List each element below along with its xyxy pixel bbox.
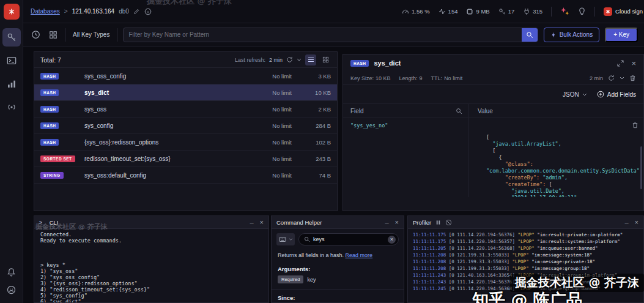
edit-alias-icon[interactable] <box>133 8 140 15</box>
refresh-icon[interactable] <box>286 56 293 63</box>
field-value-cell[interactable]: [ "java.util.ArrayList", [ { "@class":"c… <box>468 118 643 197</box>
bulk-actions-button[interactable]: Bulk Actions <box>544 28 599 42</box>
redis-logo[interactable] <box>4 4 20 20</box>
details-type-badge: HASH <box>350 60 369 67</box>
key-row[interactable]: HASH{sys_oss}:redisson_optionsNo limit10… <box>34 134 337 151</box>
command-helper-search-row: × <box>272 229 404 250</box>
key-row[interactable]: HASHsys_ossNo limit2 KB <box>34 101 337 118</box>
browser-toolbar: All Key Types Bulk Actions + Key <box>23 23 644 47</box>
command-filter-dropdown[interactable] <box>276 233 295 245</box>
analytics-icon <box>7 79 17 89</box>
minimize-icon[interactable]: – <box>385 219 388 226</box>
profiler-command: "LPOP" <box>509 252 529 258</box>
key-row[interactable]: SORTED SETredisson_timeout_set:{sys_oss}… <box>34 151 337 167</box>
key-type-badge: STRING <box>40 172 64 179</box>
cloud-sign-in-button[interactable]: Cloud sign in <box>604 7 644 16</box>
key-search-input[interactable] <box>124 28 521 42</box>
key-name: sys_oss:default_config <box>84 172 243 179</box>
close-icon[interactable]: × <box>635 219 638 226</box>
cli-line: 5) "sys_config" <box>40 293 262 299</box>
field-name-cell[interactable]: "sys_yes_no" <box>343 118 468 197</box>
key-type-filter-label: All Key Types <box>73 31 109 38</box>
key-row[interactable]: HASHsys_dictNo limit10 KB <box>34 84 337 101</box>
json-token: "createTime": <box>505 181 546 187</box>
last-refresh-value: 2 min <box>269 57 283 63</box>
command-search-input[interactable] <box>313 236 385 242</box>
add-fields-button[interactable]: Add Fields <box>597 91 636 98</box>
pause-icon[interactable] <box>435 220 441 225</box>
pubsub-icon <box>7 102 17 112</box>
command-helper-title: Command Helper <box>276 219 322 226</box>
close-icon[interactable]: × <box>395 219 399 226</box>
search-icon <box>526 31 533 39</box>
github-icon[interactable] <box>7 285 16 294</box>
search-icon <box>304 236 310 242</box>
key-name: {sys_oss}:redisson_options <box>84 139 243 146</box>
profiler-argument: "im:queue:group:banned" <box>535 286 601 291</box>
chevron-down-icon[interactable] <box>620 77 624 80</box>
minimize-icon[interactable]: – <box>250 219 253 226</box>
profiler-source: [0 121.199.31.3:55033] <box>446 259 509 264</box>
key-row[interactable]: STRINGsys_oss:default_configNo limit74 B <box>34 167 337 184</box>
cli-output[interactable]: Connected.Ready to execute commands. > k… <box>34 229 268 302</box>
delete-field-icon[interactable] <box>632 122 638 129</box>
key-row[interactable]: HASHsys_oss_configNo limit3 KB <box>34 68 337 84</box>
format-selector[interactable]: JSON <box>563 91 587 98</box>
bell-icon[interactable] <box>7 267 16 277</box>
profiler-output[interactable]: 11:11:11.175 [0 111.14.220.194:56376] "L… <box>408 229 643 294</box>
details-scrollbar[interactable] <box>640 146 642 189</box>
terminal-icon: >_ <box>39 220 45 225</box>
details-controls: JSON Add Fields <box>343 85 643 103</box>
json-token <box>486 195 511 197</box>
metric-memory-value: 9 MB <box>476 8 489 15</box>
key-type-badge: SORTED SET <box>40 155 75 162</box>
close-icon[interactable]: × <box>260 219 264 226</box>
sidebar-item-analytics[interactable] <box>2 75 21 93</box>
breadcrumb-databases-link[interactable]: Databases <box>31 8 60 15</box>
json-value-line: "@class": <box>486 161 627 168</box>
search-button[interactable] <box>522 28 538 42</box>
key-size: 2 KB <box>292 106 331 113</box>
close-icon[interactable]: × <box>631 59 636 68</box>
details-refresh-value: 2 min <box>590 75 603 81</box>
key-row[interactable]: HASHsys_configNo limit284 B <box>34 118 337 134</box>
read-more-link[interactable]: Read more <box>346 252 373 258</box>
key-ttl: No limit <box>243 73 292 80</box>
fields-table-row[interactable]: "sys_yes_no" [ "java.util.ArrayList", [ … <box>343 118 643 197</box>
ttl-value[interactable]: No limit <box>444 75 462 81</box>
profiler-line: 11:11:11.208 [0 121.199.31.3:55033] "LPO… <box>413 265 638 272</box>
delete-key-icon[interactable] <box>629 75 636 81</box>
profiler-line: 11:11:11.175 [0 111.14.220.194:56357] "L… <box>413 238 638 245</box>
search-icon[interactable] <box>456 108 462 114</box>
info-icon[interactable] <box>144 8 152 15</box>
sidebar-item-workbench[interactable] <box>2 51 21 70</box>
bulb-icon[interactable] <box>578 7 586 15</box>
since-heading: Since: <box>272 290 404 303</box>
breadcrumb: Databases > 121.40.163.164 db0 <box>31 8 152 15</box>
sidebar-bottom <box>7 267 16 294</box>
profiler-timestamp: 11:11:11.175 <box>413 239 446 244</box>
profiler-timestamp: 11:11:11.208 <box>413 259 446 264</box>
json-value-line: "java.util.Date", <box>486 188 627 195</box>
key-size: 74 B <box>292 172 331 179</box>
refresh-icon[interactable] <box>608 75 615 81</box>
sidebar-item-browser[interactable] <box>2 28 21 47</box>
list-view-button[interactable] <box>305 54 316 65</box>
cloud-sign-in-label: Cloud sign in <box>615 8 644 15</box>
add-key-button[interactable]: + Key <box>605 28 638 42</box>
tree-view-icon[interactable] <box>47 29 59 41</box>
copilot-sparkles-icon[interactable] <box>560 7 569 16</box>
expand-icon[interactable] <box>617 60 624 67</box>
profiler-argument: "im:message:private:18" <box>529 259 595 264</box>
sidebar-item-pubsub[interactable] <box>2 98 21 116</box>
chevron-down-icon[interactable] <box>297 58 302 61</box>
keys-count-icon <box>498 8 506 15</box>
minimize-icon[interactable]: – <box>624 219 628 226</box>
scan-history-icon[interactable] <box>29 29 42 41</box>
json-value-line: [ <box>486 148 627 154</box>
clear-search-icon[interactable]: × <box>388 236 396 244</box>
key-type-filter[interactable]: All Key Types <box>65 28 117 42</box>
bulk-actions-label: Bulk Actions <box>560 31 593 38</box>
clear-log-icon[interactable] <box>445 219 452 226</box>
grid-view-button[interactable] <box>320 54 331 65</box>
